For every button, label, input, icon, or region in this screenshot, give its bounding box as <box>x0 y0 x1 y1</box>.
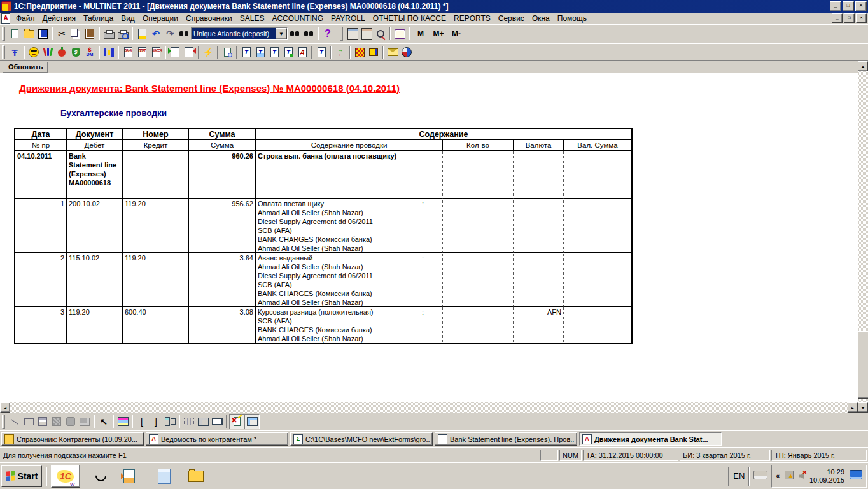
toolbar-grip[interactable] <box>2 415 5 429</box>
status-ta-panel[interactable]: ТА: 31.12.2015 00:00:00 <box>583 450 678 461</box>
vertical-scroll-thumb[interactable] <box>858 331 868 399</box>
memory-m-button[interactable]: M <box>412 27 430 40</box>
menu-directories[interactable]: Справочники <box>182 13 236 24</box>
menu-help[interactable]: Помощь <box>554 13 591 24</box>
memory-m-minus-button[interactable]: M- <box>447 27 465 40</box>
scroll-down-icon[interactable]: ▼ <box>858 402 868 413</box>
ruler-icon[interactable] <box>210 415 224 429</box>
find-next-icon[interactable] <box>302 27 316 41</box>
formula-calculator-icon[interactable] <box>360 27 374 41</box>
menu-operations[interactable]: Операции <box>139 13 182 24</box>
quicklaunch-hook-icon[interactable] <box>89 465 112 487</box>
window-button-movements-active[interactable]: А Движения документа Bank Stat... <box>579 432 722 446</box>
redo-icon[interactable]: ↷ <box>163 27 177 41</box>
show-desktop-icon[interactable] <box>850 470 862 482</box>
cash-doc-icon[interactable]: КАССА <box>149 45 163 59</box>
find-prev-icon[interactable] <box>288 27 302 41</box>
cut-icon[interactable]: ✂ <box>55 27 69 41</box>
moneybag-icon[interactable]: $ <box>69 45 83 59</box>
window-button-statement[interactable]: А Ведомость по контрагентам * <box>146 432 288 446</box>
scroll-left-icon[interactable]: ◄ <box>0 402 10 413</box>
quicklaunch-1c-icon[interactable]: 1С v7 <box>51 465 80 488</box>
menu-accounting[interactable]: ACCOUNTING <box>268 13 327 24</box>
menu-view[interactable]: Вид <box>117 13 139 24</box>
bracket-open-icon[interactable]: [ <box>135 415 149 429</box>
window-button-extform[interactable]: Σ C:\1C\Bases\MCFO new\ExtForms\gro... <box>290 432 433 446</box>
tray-chevron-icon[interactable]: « <box>776 472 780 479</box>
picture-tool-icon[interactable] <box>50 415 64 429</box>
postings-table[interactable]: Дата Документ Номер Сумма Содержание № п… <box>14 128 633 344</box>
start-button[interactable]: Start <box>1 465 42 487</box>
headers-toggle-icon[interactable] <box>196 415 210 429</box>
menu-service[interactable]: Сервис <box>494 13 528 24</box>
scroll-up-icon[interactable]: ▲ <box>858 61 868 71</box>
payment-doc-icon[interactable]: ПЛАТ <box>135 45 149 59</box>
speaker-muted-icon[interactable]: ✕ <box>799 471 804 482</box>
key-icon[interactable] <box>135 27 149 41</box>
d-doc-icon[interactable]: Д <box>295 45 309 59</box>
menu-file[interactable]: Файл <box>12 13 39 24</box>
menu-payroll[interactable]: PAYROLL <box>327 13 369 24</box>
pencils-icon[interactable] <box>41 45 55 59</box>
new-document-icon[interactable] <box>8 27 22 41</box>
mdi-close-button[interactable]: ✕ <box>856 13 867 23</box>
zoom-edit-icon[interactable] <box>374 27 388 41</box>
window-button-bankline[interactable]: Bank Statement line (Expenses). Пров... <box>435 432 577 446</box>
smiley-icon[interactable] <box>27 45 41 59</box>
t-doc-plain-icon[interactable]: Т <box>267 45 281 59</box>
currency-dm-icon[interactable]: $ DM <box>83 45 97 59</box>
horizontal-scrollbar[interactable]: ◄ ► <box>0 402 858 413</box>
t-doc-table-icon[interactable]: Т <box>253 45 267 59</box>
refresh-button[interactable]: Обновить <box>3 62 48 73</box>
bank-doc-icon[interactable]: БАНК <box>121 45 135 59</box>
quicklaunch-calculator-icon[interactable] <box>153 465 176 487</box>
menu-sales[interactable]: SALES <box>236 13 269 24</box>
help-icon[interactable]: ? <box>321 27 335 41</box>
text-tool-icon[interactable] <box>36 415 50 429</box>
t-doc-copy-icon[interactable]: Т <box>314 45 328 59</box>
calculator-icon[interactable] <box>346 27 360 41</box>
lightning-icon[interactable]: ⚡ <box>201 45 215 59</box>
tray-language-indicator[interactable]: EN <box>733 471 745 481</box>
toolbar-grip[interactable] <box>2 45 5 59</box>
object-tool-icon[interactable] <box>64 415 78 429</box>
t-doc-plus-icon[interactable]: Т <box>281 45 295 59</box>
book-icon[interactable] <box>393 27 407 41</box>
table-sections-icon[interactable] <box>116 415 130 429</box>
restore-button[interactable]: ❐ <box>843 1 854 11</box>
status-tp-panel[interactable]: ТП: Январь 2015 г. <box>771 450 867 461</box>
checkered-icon[interactable] <box>353 45 367 59</box>
close-button[interactable]: ✕ <box>855 1 867 11</box>
bracket-close-icon[interactable]: ] <box>149 415 163 429</box>
undo-icon[interactable]: ↶ <box>149 27 163 41</box>
find-icon[interactable] <box>177 27 191 41</box>
toolbar-grip[interactable] <box>340 27 343 41</box>
mdi-minimize-button[interactable]: _ <box>832 13 843 23</box>
tray-clock[interactable]: 10:29 10.09.2015 <box>809 468 844 485</box>
no-print-mode-icon[interactable]: ✕ <box>229 414 244 429</box>
copy-icon[interactable] <box>69 27 83 41</box>
save-icon[interactable] <box>36 27 50 41</box>
print-preview-icon[interactable] <box>116 27 130 41</box>
tray-tuner-warning-icon[interactable]: ▲ <box>785 471 794 482</box>
chart-book-icon[interactable] <box>102 45 116 59</box>
memory-m-plus-button[interactable]: M+ <box>430 27 447 40</box>
print-icon[interactable] <box>102 27 116 41</box>
chevron-down-icon[interactable]: ▼ <box>276 28 287 39</box>
menu-reports[interactable]: REPORTS <box>450 13 494 24</box>
toolbar-grip[interactable] <box>2 27 5 41</box>
quicklaunch-document-icon[interactable] <box>121 465 144 487</box>
mdi-restore-button[interactable]: ❐ <box>844 13 855 23</box>
doc-out-icon[interactable] <box>182 45 196 59</box>
diagram-tool-icon[interactable] <box>78 415 92 429</box>
status-bi-panel[interactable]: БИ: 3 квартал 2015 г. <box>680 450 770 461</box>
keyboard-icon[interactable] <box>753 471 767 482</box>
apple-icon[interactable] <box>55 45 69 59</box>
window-button-directory[interactable]: Справочник: Контрагенты (10.09.20... <box>1 432 144 446</box>
scroll-right-icon[interactable]: ► <box>848 402 858 413</box>
swap-arrows-icon[interactable]: →← <box>333 45 347 59</box>
open-icon[interactable] <box>22 27 36 41</box>
merge-cells-icon[interactable] <box>163 415 177 429</box>
box-arrow-icon[interactable] <box>367 45 381 59</box>
line-tool-icon[interactable] <box>8 415 22 429</box>
